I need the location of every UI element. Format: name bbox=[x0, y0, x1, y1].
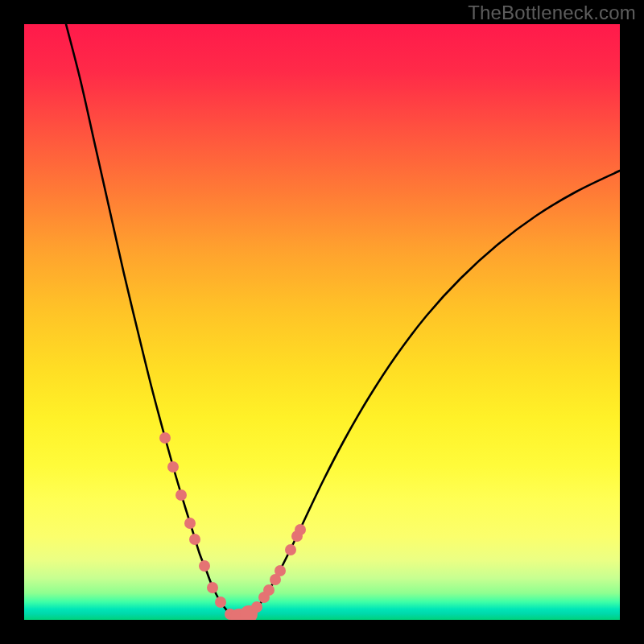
data-marker bbox=[215, 597, 226, 608]
data-marker bbox=[189, 534, 200, 545]
data-marker bbox=[184, 518, 196, 529]
data-marker bbox=[159, 432, 171, 444]
curve-layer bbox=[24, 24, 620, 620]
data-marker bbox=[285, 544, 296, 555]
plot-area bbox=[24, 24, 620, 620]
data-marker bbox=[199, 560, 210, 572]
data-marker bbox=[295, 524, 306, 535]
curve-left-arm bbox=[66, 24, 239, 617]
watermark-text: TheBottleneck.com bbox=[468, 2, 636, 24]
markers-left bbox=[159, 432, 258, 620]
data-marker bbox=[275, 565, 286, 576]
data-marker bbox=[263, 584, 275, 596]
data-marker bbox=[175, 489, 187, 501]
data-marker bbox=[251, 601, 262, 613]
data-marker bbox=[207, 582, 218, 593]
data-marker bbox=[167, 461, 179, 473]
markers-right bbox=[251, 524, 306, 613]
chart-frame: TheBottleneck.com bbox=[0, 0, 644, 644]
